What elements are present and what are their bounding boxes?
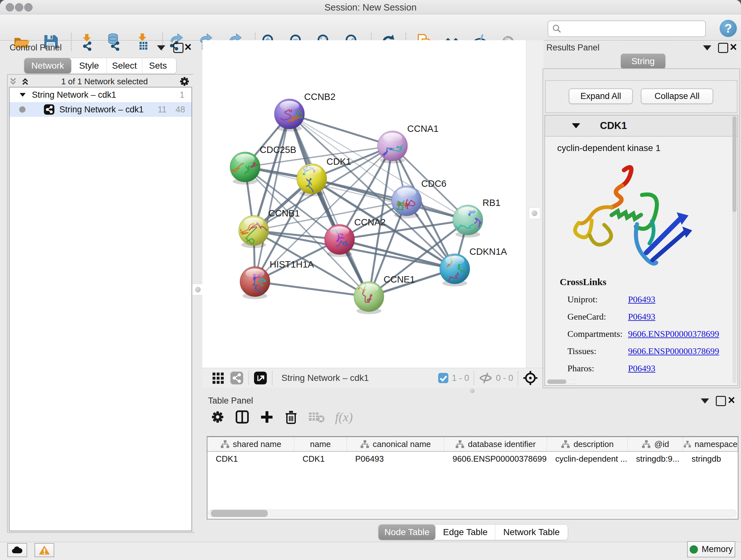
cell-description[interactable]: cyclin-dependent ... xyxy=(547,454,628,464)
crosslinks-title: CrossLinks xyxy=(560,276,738,287)
column-header-description[interactable]: description xyxy=(547,437,628,451)
crosslink-link[interactable]: 9606.ENSP00000378699 xyxy=(628,329,719,339)
results-panel-close-icon[interactable]: × xyxy=(730,43,737,51)
column-header-name[interactable]: name xyxy=(294,437,347,451)
collapse-all-icon[interactable] xyxy=(8,77,18,86)
memory-button[interactable]: Memory xyxy=(687,541,735,557)
node-RB1[interactable]: RB1 xyxy=(448,198,501,238)
column-header-shared-name[interactable]: shared name xyxy=(207,437,294,451)
shared-column-icon xyxy=(220,440,230,449)
column-header-database-identifier[interactable]: database identifier xyxy=(444,437,547,451)
tab-select[interactable]: Select xyxy=(107,58,142,73)
tab-style[interactable]: Style xyxy=(71,58,107,73)
left-splitter-handle[interactable] xyxy=(192,284,204,295)
add-column-icon[interactable] xyxy=(260,410,274,424)
control-panel-float-icon[interactable] xyxy=(173,43,184,53)
results-panel-collapse-icon[interactable] xyxy=(703,45,711,51)
left-splitter[interactable] xyxy=(193,74,202,532)
table-hscrollbar[interactable] xyxy=(208,509,737,517)
collection-expander-icon[interactable] xyxy=(20,93,26,97)
detach-view-icon[interactable] xyxy=(253,371,267,385)
table-row[interactable]: CDK1CDK1P064939606.ENSP00000378699cyclin… xyxy=(207,452,738,466)
results-tab-string[interactable]: String xyxy=(621,54,666,69)
network-options-gear-icon[interactable] xyxy=(179,76,190,87)
column-header-@id[interactable]: @id xyxy=(628,437,683,451)
search-box[interactable] xyxy=(548,20,706,37)
selected-checkbox-icon[interactable] xyxy=(438,373,449,383)
crosslink-link[interactable]: P06493 xyxy=(628,294,656,305)
cell-@id[interactable]: stringdb:9... xyxy=(628,454,683,464)
search-input[interactable] xyxy=(562,23,697,34)
network-selection-status: 1 of 1 Network selected xyxy=(30,77,179,86)
crosslink-link[interactable]: P06493 xyxy=(628,363,656,374)
node-label-CCNB2: CCNB2 xyxy=(304,91,335,102)
cell-canonical-name[interactable]: P06493 xyxy=(347,454,444,464)
toolbar-divider xyxy=(71,33,72,51)
selected-node-edge-count: 1 - 0 xyxy=(452,373,469,383)
tab-sets[interactable]: Sets xyxy=(142,58,174,73)
collection-name: String Network – cdk1 xyxy=(32,90,116,100)
cell-namespace[interactable]: stringdb xyxy=(683,454,738,464)
right-splitter[interactable] xyxy=(526,40,543,368)
fit-selected-crosshair-icon[interactable] xyxy=(523,370,538,386)
import-table-icon[interactable] xyxy=(133,33,151,51)
crosslink-row: Pharos: P06493 xyxy=(567,363,738,374)
cdk1-gene-name: CDK1 xyxy=(600,120,627,132)
collapse-all-button[interactable]: Collapse All xyxy=(641,88,713,104)
table-panel-close-icon[interactable]: × xyxy=(728,396,735,404)
column-header-namespace[interactable]: namespace xyxy=(683,437,738,451)
protein-structure-image xyxy=(558,158,696,269)
cell-database-identifier[interactable]: 9606.ENSP00000378699 xyxy=(444,454,547,464)
expand-all-button[interactable]: Expand All xyxy=(569,88,633,104)
network-canvas[interactable]: CCNB2 CCNA1 CDC25B CDK1 CDC6 RB1 CCNB1 xyxy=(202,40,526,368)
column-header-canonical-name[interactable]: canonical name xyxy=(347,437,444,451)
expand-all-icon[interactable] xyxy=(20,77,30,86)
network-overview-icon[interactable] xyxy=(230,371,244,385)
cdk1-collapse-icon[interactable] xyxy=(572,123,580,128)
network-icon xyxy=(44,104,55,115)
warnings-button[interactable] xyxy=(35,543,54,557)
results-vscrollbar[interactable] xyxy=(732,116,737,383)
crosslink-row: Compartments: 9606.ENSP00000378699 xyxy=(567,329,738,339)
birdseye-grid-icon[interactable] xyxy=(211,371,225,385)
edge-count: 48 xyxy=(176,105,185,115)
import-database-icon[interactable] xyxy=(105,33,123,51)
cdk1-section-header[interactable]: CDK1 xyxy=(545,116,738,137)
import-network-icon[interactable] xyxy=(78,33,96,51)
results-hscrollbar[interactable] xyxy=(547,379,576,384)
tab-network[interactable]: Network xyxy=(24,58,71,73)
cloud-status-button[interactable] xyxy=(7,543,27,557)
tab-edge-table[interactable]: Edge Table xyxy=(435,524,495,540)
control-panel-collapse-icon[interactable] xyxy=(157,45,165,51)
show-columns-icon[interactable] xyxy=(235,410,250,424)
node-HIST1H1A[interactable]: HIST1H1A xyxy=(240,259,314,299)
crosslink-link[interactable]: P06493 xyxy=(628,312,656,322)
cell-name[interactable]: CDK1 xyxy=(294,454,347,464)
table-panel-collapse-icon[interactable] xyxy=(701,398,709,403)
help-button[interactable]: ? xyxy=(720,20,737,37)
results-panel-float-icon[interactable] xyxy=(718,43,728,53)
node-CDKN1A[interactable]: CDKN1A xyxy=(440,246,507,290)
crosslink-link[interactable]: 9606.ENSP00000378699 xyxy=(628,346,719,356)
warning-icon xyxy=(39,545,50,555)
network-graph[interactable]: CCNB2 CCNA1 CDC25B CDK1 CDC6 RB1 CCNB1 xyxy=(202,40,526,368)
edge-CCNB2-CCNA1[interactable] xyxy=(289,114,393,146)
tab-network-table[interactable]: Network Table xyxy=(495,524,568,540)
right-splitter-handle[interactable] xyxy=(529,207,540,219)
control-panel-close-icon[interactable]: × xyxy=(185,43,192,51)
crosslink-label: Tissues: xyxy=(567,346,628,356)
tab-node-table[interactable]: Node Table xyxy=(379,524,435,540)
network-view-title: String Network – cdk1 xyxy=(281,373,369,383)
horizontal-splitter-handle[interactable] xyxy=(467,388,478,393)
node-label-RB1: RB1 xyxy=(482,198,500,208)
control-panel-title: Control Panel xyxy=(10,43,62,53)
table-panel-float-icon[interactable] xyxy=(716,396,726,406)
edge-CCNE1-HIST1H1A[interactable] xyxy=(255,282,369,297)
delete-column-icon[interactable] xyxy=(284,409,298,425)
network-row[interactable]: String Network – cdk1 11 48 xyxy=(10,102,192,117)
network-collection-row[interactable]: String Network – cdk1 1 xyxy=(10,87,192,102)
cell-shared-name[interactable]: CDK1 xyxy=(207,454,294,464)
table-options-gear-icon[interactable] xyxy=(211,410,225,424)
crosslink-row: GeneCard: P06493 xyxy=(567,312,738,322)
node-CCNA1[interactable]: CCNA1 xyxy=(367,124,439,164)
